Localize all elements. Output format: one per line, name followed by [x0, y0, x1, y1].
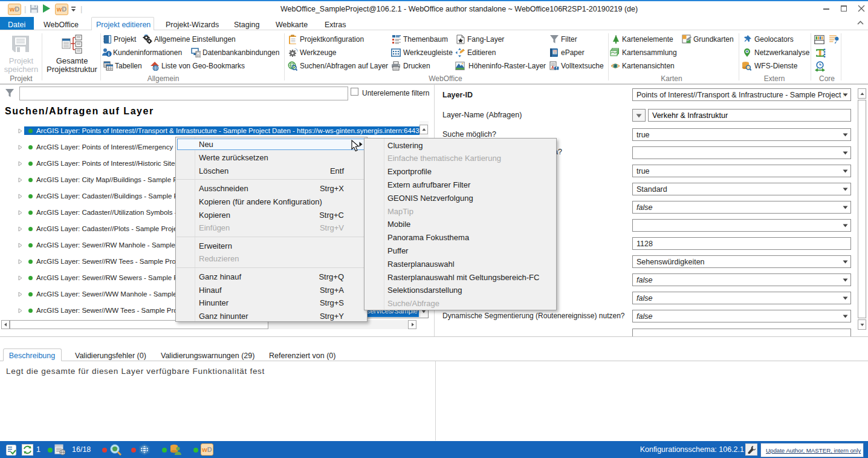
svg-text:A: A	[551, 65, 554, 70]
